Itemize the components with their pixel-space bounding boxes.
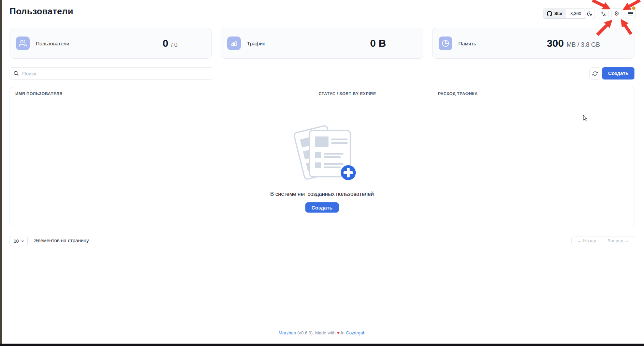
search-box	[10, 67, 213, 80]
traffic-bars-icon	[227, 37, 241, 50]
create-button[interactable]: Создать	[602, 67, 634, 80]
theme-toggle-button[interactable]	[584, 8, 595, 19]
notification-dot	[632, 6, 635, 10]
empty-create-button[interactable]: Создать	[305, 202, 339, 213]
memory-pie-icon	[439, 37, 452, 50]
footer: Marzban (v0.6.0), Made with ♥ in Gozarga…	[0, 330, 644, 335]
stat-label: Память	[458, 41, 476, 46]
window-left-edge	[0, 0, 2, 346]
stat-value: 0	[163, 38, 169, 49]
column-header-status-sort[interactable]: СТАТУС / SORT BY EXPIRE	[319, 87, 376, 100]
footer-in-text: in	[341, 330, 344, 335]
stat-suffix: / 0	[171, 42, 177, 48]
settings-button[interactable]: ⚙	[611, 8, 622, 19]
column-header-username[interactable]: ИМЯ ПОЛЬЗОВАТЕЛЯ	[15, 87, 62, 100]
stat-card-users: Пользователи 0 / 0	[10, 28, 212, 59]
prev-page-button[interactable]: ← Назад	[571, 236, 602, 245]
stat-label: Трафик	[247, 41, 265, 46]
stat-card-memory: Память 300 MB / 3.8 GB	[432, 28, 634, 59]
app-window: Пользователи Star 3,360 ⚙ Пользователи	[0, 0, 644, 346]
search-input[interactable]	[21, 70, 209, 77]
github-star-count[interactable]: 3,360	[566, 9, 585, 18]
stat-value: 0 B	[370, 38, 386, 49]
stat-card-traffic: Трафик 0 B	[221, 28, 423, 59]
page-title: Пользователи	[10, 6, 73, 17]
gear-icon: ⚙	[614, 11, 619, 17]
moon-icon	[587, 11, 592, 17]
per-page-label: Элементов на страницу	[34, 238, 89, 243]
footer-app-link[interactable]: Marzban	[279, 330, 296, 335]
empty-state-message: В системе нет созданных пользователей	[0, 191, 644, 197]
footer-org-link[interactable]: Gozargah	[346, 330, 365, 335]
stat-label: Пользователи	[36, 41, 69, 46]
window-bottom-edge	[0, 344, 644, 346]
refresh-button[interactable]	[589, 67, 600, 80]
chevron-down-icon	[21, 239, 25, 243]
refresh-icon	[592, 71, 598, 76]
search-icon	[13, 71, 19, 76]
arrow-top-left	[592, 0, 608, 8]
add-plus-icon	[341, 165, 356, 180]
heart-icon: ♥	[337, 330, 339, 335]
language-button[interactable]	[598, 8, 609, 19]
github-star-button[interactable]: Star	[543, 9, 566, 18]
stat-suffix: MB / 3.8 GB	[567, 41, 600, 48]
github-star-widget: Star 3,360	[543, 9, 586, 19]
stats-row: Пользователи 0 / 0 Трафик 0 B Память 300	[10, 28, 634, 59]
page-size-select[interactable]: 10	[10, 236, 28, 246]
github-mark-icon	[547, 11, 552, 16]
column-header-traffic[interactable]: РАСХОД ТРАФИКА	[438, 87, 478, 100]
next-page-button[interactable]: Вперед →	[602, 236, 635, 245]
pagination-nav: ← Назад Вперед →	[571, 236, 635, 245]
footer-middle-text: (v0.6.0), Made with	[297, 330, 336, 335]
stat-value: 300	[547, 38, 564, 49]
github-star-label: Star	[554, 11, 562, 16]
hamburger-icon	[628, 12, 635, 15]
translate-icon	[600, 11, 606, 17]
users-icon	[16, 37, 30, 50]
table-header-row: ИМЯ ПОЛЬЗОВАТЕЛЯ СТАТУС / SORT BY EXPIRE…	[10, 87, 634, 100]
empty-docs-illustration	[288, 119, 356, 183]
